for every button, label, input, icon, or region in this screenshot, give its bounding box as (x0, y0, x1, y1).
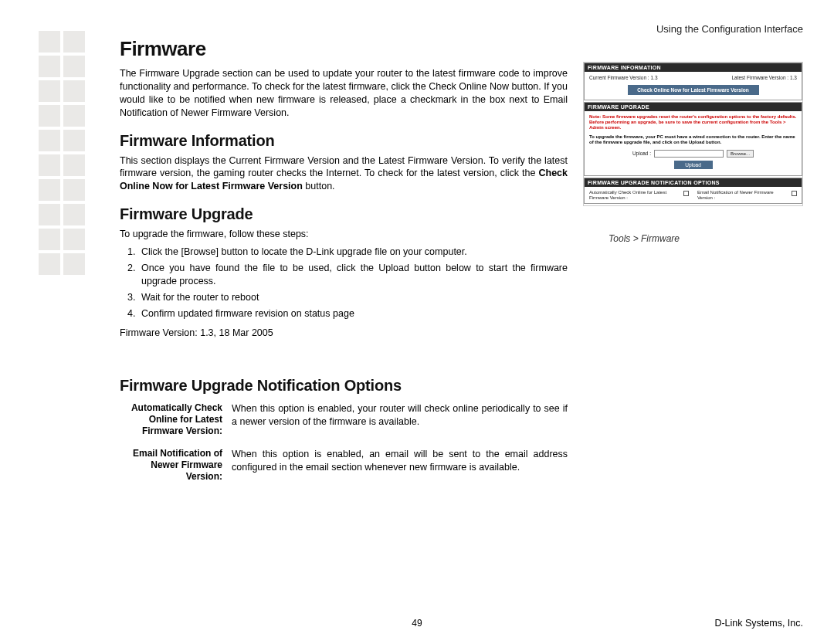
check-online-button[interactable]: Check Online Now for Latest Firmware Ver… (628, 85, 759, 95)
footer-company: D-Link Systems, Inc. (714, 618, 803, 629)
panel-firmware-information: FIRMWARE INFORMATION Current Firmware Ve… (584, 63, 802, 100)
list-item: Click the [Browse] button to locate the … (138, 246, 568, 259)
manual-page: Using the Configuration Interface Firmwa… (0, 0, 834, 644)
auto-check-label: Automatically Check Online for Latest Fi… (589, 190, 681, 200)
panel-header: FIRMWARE UPGRADE (585, 103, 802, 111)
option-label: Email Notification of Newer Firmware Ver… (120, 445, 232, 490)
upgrade-warning-note: Note: Some firmware upgrades reset the r… (589, 114, 797, 131)
heading-notification-options: Firmware Upgrade Notification Options (120, 377, 568, 395)
panel-header: FIRMWARE UPGRADE NOTIFICATION OPTIONS (585, 178, 802, 187)
screenshot-figure: FIRMWARE INFORMATION Current Firmware Ve… (583, 62, 803, 206)
panel-firmware-upgrade: FIRMWARE UPGRADE Note: Some firmware upg… (584, 102, 802, 176)
list-item: Wait for the router to reboot (138, 291, 568, 304)
panel-header: FIRMWARE INFORMATION (585, 63, 802, 72)
options-table: Automatically Check Online for Latest Fi… (120, 399, 568, 490)
option-label: Automatically Check Online for Latest Fi… (120, 399, 232, 445)
firmware-version-text: Firmware Version: 1.3, 18 Mar 2005 (120, 327, 568, 338)
header-section-label: Using the Configuration Interface (656, 23, 803, 35)
decorative-squares (39, 31, 85, 278)
auto-check-checkbox[interactable] (683, 191, 689, 196)
heading-firmware-information: Firmware Information (120, 132, 568, 150)
browse-button[interactable]: Browse... (727, 150, 754, 158)
list-item: Confirm updated firmware revision on sta… (138, 307, 568, 320)
option-description: When this option is enabled, your router… (232, 399, 568, 445)
main-content: Firmware The Firmware Upgrade section ca… (120, 37, 568, 490)
option-description: When this option is enabled, an email wi… (232, 445, 568, 490)
email-notif-label: Email Notification of Newer Firmware Ver… (697, 190, 789, 200)
page-title: Firmware (120, 37, 568, 61)
list-item: Once you have found the file to be used,… (138, 262, 568, 288)
panel-notification-options: FIRMWARE UPGRADE NOTIFICATION OPTIONS Au… (584, 178, 802, 204)
firmware-info-paragraph: This section displays the Current Firmwa… (120, 154, 568, 194)
current-firmware-label: Current Firmware Version : 1.3 (589, 75, 658, 80)
figure-caption: Tools > Firmware (609, 233, 680, 244)
intro-paragraph: The Firmware Upgrade section can be used… (120, 67, 568, 120)
upgrade-lead: To upgrade the firmware, follow these st… (120, 228, 568, 241)
upgrade-instruction-note: To upgrade the firmware, your PC must ha… (589, 134, 797, 145)
heading-firmware-upgrade: Firmware Upgrade (120, 205, 568, 223)
upload-file-input[interactable] (654, 150, 724, 158)
email-notif-checkbox[interactable] (792, 191, 797, 196)
latest-firmware-label: Latest Firmware Version : 1.3 (731, 75, 797, 80)
upload-label: Upload : (632, 151, 651, 156)
page-number: 49 (412, 618, 422, 629)
upload-button[interactable]: Upload (674, 161, 713, 169)
upgrade-steps-list: Click the [Browse] button to locate the … (138, 246, 568, 320)
